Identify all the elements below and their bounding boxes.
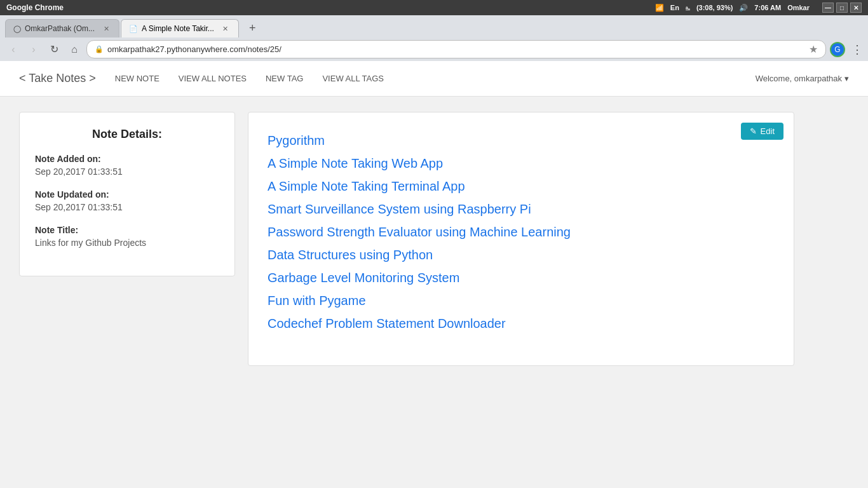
- list-item: Data Structures using Python: [268, 246, 775, 264]
- note-link-3[interactable]: A Simple Note Taking Terminal App: [268, 179, 465, 193]
- note-link-4[interactable]: Smart Surveillance System using Raspberr…: [268, 202, 531, 216]
- tab-note-close[interactable]: ✕: [220, 24, 231, 34]
- list-item: A Simple Note Taking Terminal App: [268, 177, 775, 195]
- nav-user-menu[interactable]: Welcome, omkarpathak ▾: [756, 74, 849, 83]
- reload-button[interactable]: ↻: [46, 41, 62, 58]
- note-link-6[interactable]: Data Structures using Python: [268, 248, 433, 262]
- lang-indicator: En: [670, 4, 679, 11]
- note-updated-value: Sep 20,2017 01:33:51: [35, 202, 219, 212]
- list-item: A Simple Note Taking Web App: [268, 154, 775, 172]
- note-tab-icon: 📄: [129, 25, 138, 33]
- list-item: Smart Surveillance System using Raspberr…: [268, 200, 775, 218]
- list-item: Pygorithm: [268, 132, 775, 149]
- tab-github[interactable]: ◯ OmkarPathak (Om... ✕: [5, 19, 119, 37]
- note-link-5[interactable]: Password Strength Evaluator using Machin…: [268, 225, 571, 239]
- os-titlebar-title: Google Chrome: [6, 3, 655, 12]
- nav-user-dropdown-icon: ▾: [844, 74, 849, 83]
- github-tab-icon: ◯: [13, 25, 21, 33]
- bookmark-star-button[interactable]: ★: [809, 43, 818, 55]
- window-controls[interactable]: — □ ✕: [822, 3, 862, 13]
- tab-note-label: A Simple Note Takir...: [142, 24, 214, 33]
- note-link-8[interactable]: Fun with Pygame: [268, 294, 366, 308]
- nav-new-tag[interactable]: NEW TAG: [266, 74, 303, 83]
- browser-chrome: ◯ OmkarPathak (Om... ✕ 📄 A Simple Note T…: [0, 15, 868, 61]
- lock-icon: 🔒: [95, 45, 104, 53]
- tab-note[interactable]: 📄 A Simple Note Takir... ✕: [121, 19, 239, 37]
- nav-new-note[interactable]: NEW NOTE: [115, 74, 159, 83]
- main-content: Note Details: Note Added on: Sep 20,2017…: [0, 97, 813, 381]
- minimize-button[interactable]: —: [822, 3, 834, 13]
- list-item: Password Strength Evaluator using Machin…: [268, 223, 775, 241]
- volume-icon: 🔊: [739, 4, 748, 12]
- chrome-avatar: G: [830, 42, 845, 57]
- note-body: ✎ Edit Pygorithm A Simple Note Taking We…: [248, 112, 794, 366]
- note-added-label: Note Added on:: [35, 154, 219, 164]
- battery-status: (3:08, 93%): [696, 4, 733, 11]
- note-details-title: Note Details:: [35, 128, 219, 141]
- forward-button[interactable]: ›: [25, 41, 42, 58]
- address-bar: ‹ › ↻ ⌂ 🔒 omkarpathak27.pythonanywhere.c…: [0, 37, 868, 61]
- note-link-2[interactable]: A Simple Note Taking Web App: [268, 156, 443, 170]
- tab-bar: ◯ OmkarPathak (Om... ✕ 📄 A Simple Note T…: [0, 15, 868, 37]
- note-title-label: Note Title:: [35, 225, 219, 235]
- os-titlebar: Google Chrome 📶 En ⎁ (3:08, 93%) 🔊 7:06 …: [0, 0, 868, 15]
- note-added-value: Sep 20,2017 01:33:51: [35, 166, 219, 177]
- app-container: < Take Notes > NEW NOTE VIEW ALL NOTES N…: [0, 61, 868, 460]
- note-link-1[interactable]: Pygorithm: [268, 133, 325, 147]
- os-user: Omkar: [787, 4, 810, 11]
- edit-button-label: Edit: [761, 126, 775, 136]
- clock: 7:06 AM: [754, 4, 781, 11]
- note-title-value: Links for my Github Projects: [35, 238, 219, 248]
- chrome-menu-button[interactable]: ⋮: [851, 43, 863, 57]
- os-titlebar-right: 📶 En ⎁ (3:08, 93%) 🔊 7:06 AM Omkar — □ ✕: [655, 3, 862, 13]
- tab-github-close[interactable]: ✕: [101, 24, 111, 34]
- list-item: Fun with Pygame: [268, 292, 775, 309]
- list-item: Codechef Problem Statement Downloader: [268, 315, 775, 332]
- note-details-card: Note Details: Note Added on: Sep 20,2017…: [19, 112, 235, 276]
- maximize-button[interactable]: □: [836, 3, 848, 13]
- nav-brand[interactable]: < Take Notes >: [19, 72, 96, 85]
- nav-view-all-tags[interactable]: VIEW ALL TAGS: [322, 74, 384, 83]
- list-item: Garbage Level Monitoring System: [268, 269, 775, 287]
- home-button[interactable]: ⌂: [66, 41, 83, 58]
- url-text: omkarpathak27.pythonanywhere.com/notes/2…: [107, 44, 805, 54]
- new-tab-button[interactable]: +: [243, 19, 262, 37]
- back-button[interactable]: ‹: [5, 41, 22, 58]
- bluetooth-icon: ⎁: [686, 4, 690, 11]
- note-links-list: Pygorithm A Simple Note Taking Web App A…: [268, 132, 775, 332]
- navbar: < Take Notes > NEW NOTE VIEW ALL NOTES N…: [0, 61, 868, 97]
- url-bar[interactable]: 🔒 omkarpathak27.pythonanywhere.com/notes…: [86, 40, 826, 58]
- nav-view-all-notes[interactable]: VIEW ALL NOTES: [179, 74, 247, 83]
- close-button[interactable]: ✕: [850, 3, 862, 13]
- nav-user-greeting: Welcome, omkarpathak: [756, 74, 842, 83]
- edit-icon: ✎: [750, 126, 757, 136]
- edit-button[interactable]: ✎ Edit: [741, 123, 783, 140]
- note-link-7[interactable]: Garbage Level Monitoring System: [268, 271, 459, 285]
- tab-github-label: OmkarPathak (Om...: [25, 24, 95, 33]
- note-link-9[interactable]: Codechef Problem Statement Downloader: [268, 316, 506, 330]
- wifi-icon: 📶: [655, 4, 664, 12]
- note-updated-label: Note Updated on:: [35, 189, 219, 200]
